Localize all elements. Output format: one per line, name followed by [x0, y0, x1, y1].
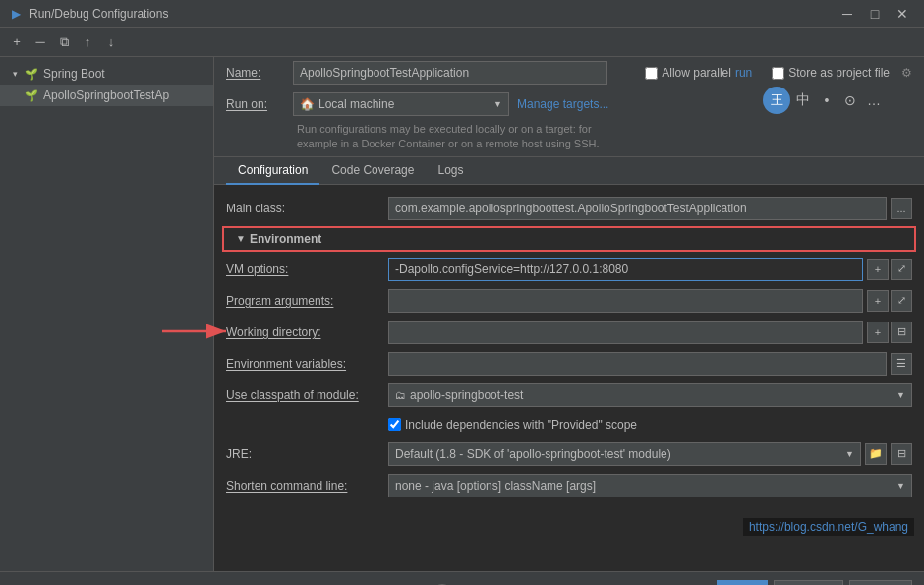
run-on-value: Local machine [318, 97, 394, 111]
vm-options-input[interactable] [388, 258, 863, 281]
classpath-dropdown[interactable]: 🗂 apollo-springboot-test ▼ [388, 383, 912, 407]
move-up-button[interactable]: ↑ [77, 31, 98, 53]
environment-section-title: Environment [250, 232, 321, 246]
env-vars-row: Environment variables: ☰ [214, 348, 924, 380]
allow-parallel-checkbox-wrap[interactable]: Allow parallel run [645, 66, 752, 80]
jre-content: Default (1.8 - SDK of 'apollo-springboot… [388, 442, 912, 466]
configurations-toolbar: + ─ ⧉ ↑ ↓ [0, 28, 924, 57]
store-project-settings-icon[interactable]: ⚙ [901, 66, 912, 80]
maximize-button[interactable]: □ [861, 0, 889, 28]
store-project-label: Store as project file [788, 66, 890, 80]
jre-row: JRE: Default (1.8 - SDK of 'apollo-sprin… [214, 439, 924, 470]
include-deps-content: Include dependencies with "Provided" sco… [388, 418, 912, 432]
apollo-config-icon: 🌱 [24, 88, 39, 103]
dot-icon[interactable]: • [816, 89, 837, 111]
title-bar: ▶ Run/Debug Configurations ─ □ ✕ [0, 0, 924, 28]
working-dir-label: Working directory: [226, 325, 388, 339]
window-controls: ─ □ ✕ [834, 0, 916, 28]
include-deps-row: Include dependencies with "Provided" sco… [214, 411, 924, 439]
cancel-button[interactable]: Cancel [774, 580, 843, 586]
include-deps-checkbox-wrap[interactable]: Include dependencies with "Provided" sco… [388, 418, 637, 432]
program-args-buttons: + ⤢ [867, 290, 912, 312]
working-dir-collapse-button[interactable]: ⊟ [891, 322, 912, 343]
working-dir-buttons: + ⊟ [867, 322, 912, 343]
spring-boot-label: Spring Boot [43, 67, 105, 81]
run-on-dropdown[interactable]: 🏠 Local machine ▼ [293, 92, 509, 116]
shorten-content: none - java [options] className [args] ▼ [388, 474, 912, 497]
working-dir-row: Working directory: + ⊟ [214, 317, 924, 348]
allow-parallel-link[interactable]: run [735, 66, 752, 80]
apply-button[interactable]: Apply [849, 580, 912, 586]
env-vars-label: Environment variables: [226, 357, 388, 371]
program-args-label: Program arguments: [226, 294, 388, 308]
bottom-bar: Edit configuration templates... ? OK Can… [0, 571, 924, 585]
environment-expand-icon: ▼ [236, 233, 246, 244]
apollo-config-item[interactable]: 🌱 ApolloSpringbootTestAp [0, 85, 213, 106]
run-on-label: Run on: [226, 97, 285, 111]
include-deps-checkbox[interactable] [388, 418, 401, 431]
spring-boot-group-item[interactable]: ▾ 🌱 Spring Boot [0, 63, 213, 85]
move-down-button[interactable]: ↓ [100, 31, 122, 53]
jre-folder-button[interactable]: 📁 [865, 443, 887, 465]
ok-button[interactable]: OK [717, 580, 767, 586]
program-args-input[interactable] [388, 289, 863, 313]
shorten-dropdown-arrow: ▼ [896, 481, 905, 491]
form-body: Main class: ... ▼ Environment VM options… [214, 185, 924, 571]
store-project-checkbox[interactable] [772, 67, 784, 80]
jre-dropdown[interactable]: Default (1.8 - SDK of 'apollo-springboot… [388, 442, 861, 466]
env-vars-edit-button[interactable]: ☰ [891, 353, 912, 375]
apollo-config-label: ApolloSpringbootTestAp [43, 88, 169, 102]
more-icon[interactable]: … [863, 89, 885, 111]
main-class-content: ... [388, 197, 912, 220]
name-label: Name: [226, 66, 285, 80]
manage-targets-link[interactable]: Manage targets... [517, 97, 608, 111]
copy-configuration-button[interactable]: ⧉ [53, 31, 75, 53]
jre-dropdown-arrow: ▼ [845, 449, 854, 459]
configuration-content: Name: Allow parallel run Store as projec… [214, 57, 924, 571]
settings-icon[interactable]: ⊙ [839, 89, 861, 111]
tab-code-coverage[interactable]: Code Coverage [319, 157, 426, 185]
dialog-title: Run/Debug Configurations [29, 7, 834, 21]
remove-configuration-button[interactable]: ─ [29, 31, 51, 53]
env-vars-content: ☰ [388, 352, 912, 376]
main-class-input[interactable] [388, 197, 887, 220]
environment-section-header[interactable]: ▼ Environment [222, 226, 916, 252]
jre-label: JRE: [226, 447, 388, 461]
main-class-label: Main class: [226, 202, 388, 215]
classpath-value: apollo-springboot-test [410, 388, 523, 402]
program-args-add-button[interactable]: + [867, 290, 889, 312]
spring-boot-group: ▾ 🌱 Spring Boot 🌱 ApolloSpringbootTestAp [0, 61, 213, 108]
vm-options-buttons: + ⤢ [867, 259, 912, 280]
tab-configuration[interactable]: Configuration [226, 157, 319, 185]
main-class-browse-button[interactable]: ... [891, 198, 912, 219]
working-dir-browse-button[interactable]: + [867, 322, 889, 343]
program-args-row: Program arguments: + ⤢ [214, 285, 924, 317]
vm-options-add-button[interactable]: + [867, 259, 889, 280]
chinese-icon[interactable]: 中 [792, 89, 814, 111]
add-configuration-button[interactable]: + [6, 31, 28, 53]
tab-logs[interactable]: Logs [426, 157, 475, 185]
working-dir-input[interactable] [388, 321, 863, 344]
store-project-checkbox-wrap[interactable]: Store as project file [772, 66, 890, 80]
watermark: https://blog.csdn.net/G_whang [743, 518, 914, 536]
allow-parallel-checkbox[interactable] [645, 67, 658, 80]
env-vars-input[interactable] [388, 352, 887, 376]
name-row: Name: Allow parallel run Store as projec… [214, 57, 924, 88]
close-button[interactable]: ✕ [889, 0, 916, 28]
configuration-tabs: Configuration Code Coverage Logs [214, 157, 924, 185]
configurations-sidebar: ▾ 🌱 Spring Boot 🌱 ApolloSpringbootTestAp [0, 57, 214, 571]
main-class-row: Main class: ... [214, 193, 924, 224]
expand-icon: ▾ [8, 67, 22, 81]
shorten-dropdown[interactable]: none - java [options] className [args] ▼ [388, 474, 912, 497]
working-dir-content: + ⊟ [388, 321, 912, 344]
jre-extra-button[interactable]: ⊟ [891, 443, 912, 465]
program-args-expand-button[interactable]: ⤢ [891, 290, 912, 312]
user-avatar-button[interactable]: 王 [763, 87, 790, 114]
vm-options-label: VM options: [226, 263, 388, 276]
name-input[interactable] [293, 61, 607, 85]
vm-options-expand-button[interactable]: ⤢ [891, 259, 912, 280]
program-args-content: + ⤢ [388, 289, 912, 313]
allow-parallel-label: Allow parallel [662, 66, 731, 80]
minimize-button[interactable]: ─ [834, 0, 861, 28]
top-right-icons: 王 中 • ⊙ … [763, 87, 885, 114]
